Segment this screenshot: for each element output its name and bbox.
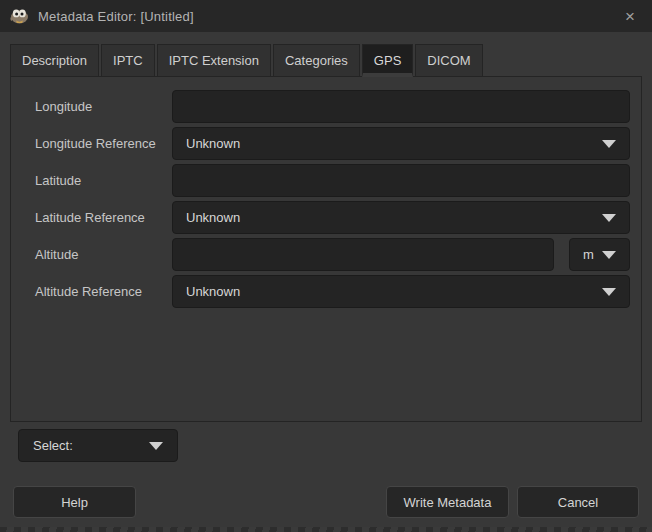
help-button[interactable]: Help [13, 486, 136, 518]
longitude-label: Longitude [24, 99, 172, 114]
altitude-row: Altitude m [24, 238, 630, 271]
latitude-label: Latitude [24, 173, 172, 188]
write-metadata-button[interactable]: Write Metadata [386, 486, 509, 518]
close-icon[interactable]: × [618, 4, 642, 28]
longitude-row: Longitude [24, 90, 630, 123]
tab-categories[interactable]: Categories [273, 44, 360, 76]
longitude-reference-dropdown[interactable]: Unknown [172, 127, 630, 160]
longitude-reference-row: Longitude Reference Unknown [24, 127, 630, 160]
chevron-down-icon [602, 214, 616, 222]
metadata-editor-dialog: Metadata Editor: [Untitled] × Descriptio… [0, 0, 652, 532]
altitude-reference-row: Altitude Reference Unknown [24, 275, 630, 308]
longitude-reference-label: Longitude Reference [24, 136, 172, 151]
longitude-reference-value: Unknown [186, 136, 240, 151]
altitude-input[interactable] [172, 238, 554, 271]
latitude-reference-row: Latitude Reference Unknown [24, 201, 630, 234]
cancel-button[interactable]: Cancel [517, 486, 639, 518]
altitude-reference-label: Altitude Reference [24, 284, 172, 299]
tab-gps[interactable]: GPS [362, 44, 413, 77]
tab-dicom[interactable]: DICOM [415, 44, 482, 76]
select-dropdown-label: Select: [33, 438, 73, 453]
chevron-down-icon [602, 140, 616, 148]
altitude-reference-value: Unknown [186, 284, 240, 299]
altitude-reference-dropdown[interactable]: Unknown [172, 275, 630, 308]
titlebar: Metadata Editor: [Untitled] × [0, 0, 652, 32]
latitude-reference-dropdown[interactable]: Unknown [172, 201, 630, 234]
window-title: Metadata Editor: [Untitled] [38, 9, 194, 24]
gimp-wilber-icon [10, 8, 29, 24]
tab-description[interactable]: Description [10, 44, 99, 76]
latitude-reference-label: Latitude Reference [24, 210, 172, 225]
chevron-down-icon [602, 288, 616, 296]
latitude-reference-value: Unknown [186, 210, 240, 225]
longitude-input[interactable] [172, 90, 630, 123]
metadata-tab-strip: Description IPTC IPTC Extension Categori… [10, 44, 642, 77]
chevron-down-icon [602, 251, 616, 259]
altitude-unit-dropdown[interactable]: m [569, 238, 630, 271]
latitude-row: Latitude [24, 164, 630, 197]
altitude-label: Altitude [24, 247, 172, 262]
tab-iptc-extension[interactable]: IPTC Extension [157, 44, 271, 76]
select-dropdown[interactable]: Select: [18, 429, 178, 462]
window-resize-edge[interactable] [0, 527, 652, 532]
gps-tab-panel: Longitude Longitude Reference Unknown La… [10, 77, 642, 422]
select-row: Select: [18, 429, 652, 462]
dialog-action-area: Help Write Metadata Cancel [13, 486, 639, 518]
latitude-input[interactable] [172, 164, 630, 197]
altitude-unit-value: m [583, 247, 594, 262]
chevron-down-icon [149, 442, 163, 450]
tab-iptc[interactable]: IPTC [101, 44, 155, 76]
